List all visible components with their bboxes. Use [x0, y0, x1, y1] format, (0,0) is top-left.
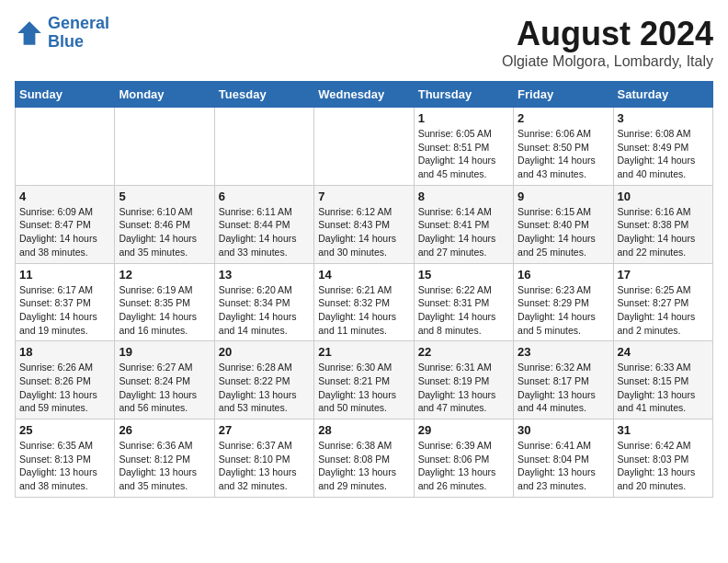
calendar-week-row-0: 1Sunrise: 6:05 AM Sunset: 8:51 PM Daylig…	[16, 108, 713, 186]
calendar-week-row-4: 25Sunrise: 6:35 AM Sunset: 8:13 PM Dayli…	[16, 419, 713, 498]
day-detail: Sunrise: 6:31 AM Sunset: 8:19 PM Dayligh…	[418, 361, 509, 415]
day-detail: Sunrise: 6:26 AM Sunset: 8:26 PM Dayligh…	[19, 361, 110, 415]
day-number: 23	[518, 345, 609, 359]
day-detail: Sunrise: 6:35 AM Sunset: 8:13 PM Dayligh…	[19, 439, 110, 493]
day-detail: Sunrise: 6:25 AM Sunset: 8:27 PM Dayligh…	[618, 283, 709, 338]
day-number: 2	[518, 111, 609, 125]
day-number: 29	[418, 423, 509, 437]
day-detail: Sunrise: 6:05 AM Sunset: 8:51 PM Dayligh…	[418, 127, 509, 181]
calendar-cell: 10Sunrise: 6:16 AM Sunset: 8:38 PM Dayli…	[613, 185, 712, 263]
calendar-cell: 11Sunrise: 6:17 AM Sunset: 8:37 PM Dayli…	[16, 263, 115, 341]
day-detail: Sunrise: 6:12 AM Sunset: 8:43 PM Dayligh…	[318, 205, 409, 259]
weekday-header-monday: Monday	[115, 82, 214, 108]
day-number: 26	[119, 423, 210, 437]
title-area: August 2024 Olgiate Molgora, Lombardy, I…	[502, 15, 713, 70]
day-number: 28	[318, 423, 409, 437]
logo: General Blue	[15, 15, 109, 52]
day-number: 6	[219, 190, 310, 203]
weekday-header-wednesday: Wednesday	[314, 82, 414, 108]
calendar-cell: 14Sunrise: 6:21 AM Sunset: 8:32 PM Dayli…	[314, 263, 414, 341]
calendar-cell: 24Sunrise: 6:33 AM Sunset: 8:15 PM Dayli…	[613, 341, 712, 419]
calendar-cell: 13Sunrise: 6:20 AM Sunset: 8:34 PM Dayli…	[214, 263, 313, 341]
calendar-cell: 28Sunrise: 6:38 AM Sunset: 8:08 PM Dayli…	[314, 419, 414, 498]
day-number: 8	[418, 190, 509, 203]
day-detail: Sunrise: 6:09 AM Sunset: 8:47 PM Dayligh…	[19, 205, 110, 259]
calendar-cell	[115, 108, 214, 186]
calendar-cell: 3Sunrise: 6:08 AM Sunset: 8:49 PM Daylig…	[613, 108, 712, 186]
day-detail: Sunrise: 6:37 AM Sunset: 8:10 PM Dayligh…	[219, 439, 310, 493]
day-number: 19	[119, 345, 210, 359]
day-detail: Sunrise: 6:20 AM Sunset: 8:34 PM Dayligh…	[219, 283, 310, 338]
calendar-cell: 23Sunrise: 6:32 AM Sunset: 8:17 PM Dayli…	[514, 341, 613, 419]
day-number: 18	[19, 345, 110, 359]
calendar-cell: 2Sunrise: 6:06 AM Sunset: 8:50 PM Daylig…	[514, 108, 613, 186]
day-detail: Sunrise: 6:15 AM Sunset: 8:40 PM Dayligh…	[518, 205, 609, 259]
day-number: 24	[618, 345, 709, 359]
calendar-cell: 9Sunrise: 6:15 AM Sunset: 8:40 PM Daylig…	[514, 185, 613, 263]
calendar-cell: 18Sunrise: 6:26 AM Sunset: 8:26 PM Dayli…	[16, 341, 115, 419]
weekday-header-tuesday: Tuesday	[214, 82, 313, 108]
day-detail: Sunrise: 6:28 AM Sunset: 8:22 PM Dayligh…	[219, 361, 310, 415]
logo-text: General Blue	[48, 15, 109, 52]
calendar-cell: 22Sunrise: 6:31 AM Sunset: 8:19 PM Dayli…	[414, 341, 513, 419]
day-detail: Sunrise: 6:16 AM Sunset: 8:38 PM Dayligh…	[618, 205, 709, 259]
calendar-cell	[214, 108, 313, 186]
day-number: 16	[518, 268, 609, 282]
calendar-week-row-2: 11Sunrise: 6:17 AM Sunset: 8:37 PM Dayli…	[16, 263, 713, 341]
logo-icon	[15, 18, 44, 48]
calendar-cell: 6Sunrise: 6:11 AM Sunset: 8:44 PM Daylig…	[214, 185, 313, 263]
day-number: 20	[219, 345, 310, 359]
day-number: 3	[618, 111, 709, 125]
day-detail: Sunrise: 6:19 AM Sunset: 8:35 PM Dayligh…	[119, 283, 210, 338]
day-detail: Sunrise: 6:42 AM Sunset: 8:03 PM Dayligh…	[618, 439, 709, 493]
day-number: 9	[518, 190, 609, 203]
calendar-cell: 17Sunrise: 6:25 AM Sunset: 8:27 PM Dayli…	[613, 263, 712, 341]
calendar-cell: 8Sunrise: 6:14 AM Sunset: 8:41 PM Daylig…	[414, 185, 513, 263]
day-number: 22	[418, 345, 509, 359]
day-detail: Sunrise: 6:38 AM Sunset: 8:08 PM Dayligh…	[318, 439, 409, 493]
page-header: General Blue August 2024 Olgiate Molgora…	[15, 15, 713, 70]
day-detail: Sunrise: 6:17 AM Sunset: 8:37 PM Dayligh…	[19, 283, 110, 338]
calendar-cell: 27Sunrise: 6:37 AM Sunset: 8:10 PM Dayli…	[214, 419, 313, 498]
calendar-cell: 4Sunrise: 6:09 AM Sunset: 8:47 PM Daylig…	[16, 185, 115, 263]
weekday-header-saturday: Saturday	[613, 82, 712, 108]
day-number: 11	[19, 268, 110, 282]
calendar-cell: 21Sunrise: 6:30 AM Sunset: 8:21 PM Dayli…	[314, 341, 414, 419]
day-detail: Sunrise: 6:14 AM Sunset: 8:41 PM Dayligh…	[418, 205, 509, 259]
day-detail: Sunrise: 6:10 AM Sunset: 8:46 PM Dayligh…	[119, 205, 210, 259]
calendar-cell: 15Sunrise: 6:22 AM Sunset: 8:31 PM Dayli…	[414, 263, 513, 341]
weekday-header-thursday: Thursday	[414, 82, 513, 108]
calendar-cell: 25Sunrise: 6:35 AM Sunset: 8:13 PM Dayli…	[16, 419, 115, 498]
svg-marker-0	[17, 21, 41, 45]
day-detail: Sunrise: 6:11 AM Sunset: 8:44 PM Dayligh…	[219, 205, 310, 259]
day-detail: Sunrise: 6:08 AM Sunset: 8:49 PM Dayligh…	[618, 127, 709, 181]
day-number: 10	[618, 190, 709, 203]
day-detail: Sunrise: 6:06 AM Sunset: 8:50 PM Dayligh…	[518, 127, 609, 181]
day-detail: Sunrise: 6:36 AM Sunset: 8:12 PM Dayligh…	[119, 439, 210, 493]
day-detail: Sunrise: 6:21 AM Sunset: 8:32 PM Dayligh…	[318, 283, 409, 338]
day-number: 5	[119, 190, 210, 203]
day-detail: Sunrise: 6:27 AM Sunset: 8:24 PM Dayligh…	[119, 361, 210, 415]
calendar-cell	[16, 108, 115, 186]
day-number: 15	[418, 268, 509, 282]
calendar-week-row-1: 4Sunrise: 6:09 AM Sunset: 8:47 PM Daylig…	[16, 185, 713, 263]
calendar-cell	[314, 108, 414, 186]
weekday-header-sunday: Sunday	[16, 82, 115, 108]
day-number: 13	[219, 268, 310, 282]
calendar-cell: 20Sunrise: 6:28 AM Sunset: 8:22 PM Dayli…	[214, 341, 313, 419]
weekday-header-friday: Friday	[514, 82, 613, 108]
day-detail: Sunrise: 6:32 AM Sunset: 8:17 PM Dayligh…	[518, 361, 609, 415]
calendar-cell: 1Sunrise: 6:05 AM Sunset: 8:51 PM Daylig…	[414, 108, 513, 186]
calendar-cell: 19Sunrise: 6:27 AM Sunset: 8:24 PM Dayli…	[115, 341, 214, 419]
day-number: 27	[219, 423, 310, 437]
calendar-week-row-3: 18Sunrise: 6:26 AM Sunset: 8:26 PM Dayli…	[16, 341, 713, 419]
calendar-cell: 7Sunrise: 6:12 AM Sunset: 8:43 PM Daylig…	[314, 185, 414, 263]
day-number: 7	[318, 190, 409, 203]
day-number: 17	[618, 268, 709, 282]
calendar-cell: 29Sunrise: 6:39 AM Sunset: 8:06 PM Dayli…	[414, 419, 513, 498]
calendar-cell: 12Sunrise: 6:19 AM Sunset: 8:35 PM Dayli…	[115, 263, 214, 341]
day-detail: Sunrise: 6:22 AM Sunset: 8:31 PM Dayligh…	[418, 283, 509, 338]
calendar-cell: 5Sunrise: 6:10 AM Sunset: 8:46 PM Daylig…	[115, 185, 214, 263]
calendar-cell: 26Sunrise: 6:36 AM Sunset: 8:12 PM Dayli…	[115, 419, 214, 498]
day-number: 1	[418, 111, 509, 125]
